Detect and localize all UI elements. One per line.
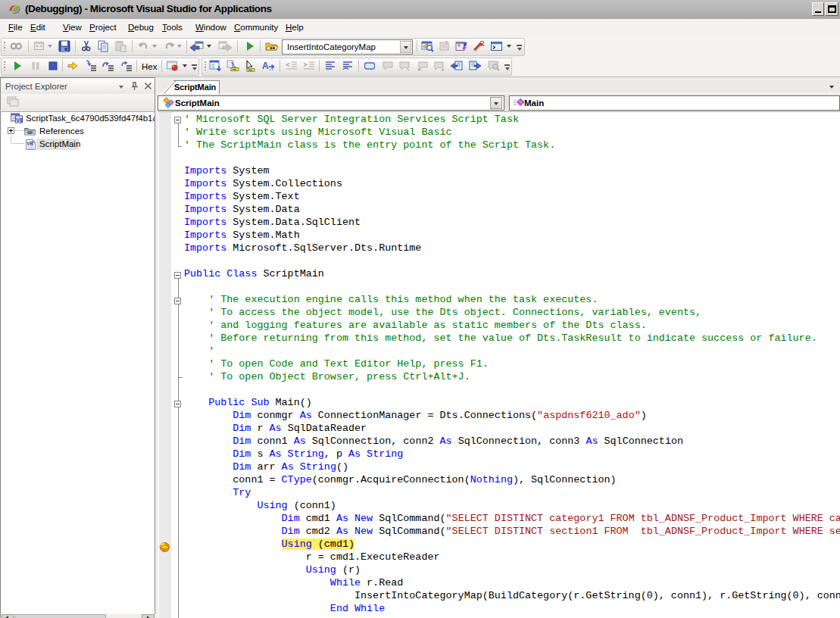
svg-text:VB: VB: [16, 117, 23, 123]
svg-text:A: A: [262, 61, 269, 71]
svg-text:VB: VB: [27, 141, 33, 146]
